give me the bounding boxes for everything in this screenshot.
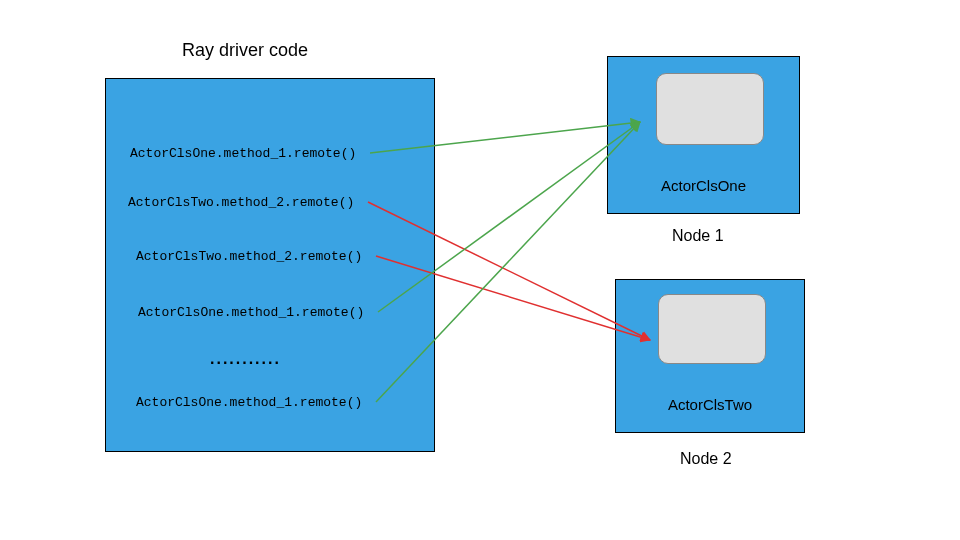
node2-label: ActorClsTwo xyxy=(616,396,804,413)
driver-line: ActorClsOne.method_1.remote() xyxy=(138,305,364,320)
node1-box: ActorClsOne xyxy=(607,56,800,214)
driver-line: ActorClsOne.method_1.remote() xyxy=(136,395,362,410)
driver-line: ActorClsOne.method_1.remote() xyxy=(130,146,356,161)
node2-panel xyxy=(658,294,766,364)
ellipsis: ........... xyxy=(210,350,281,368)
driver-line: ActorClsTwo.method_2.remote() xyxy=(136,249,362,264)
node2-box: ActorClsTwo xyxy=(615,279,805,433)
node1-caption: Node 1 xyxy=(672,227,724,245)
driver-line: ActorClsTwo.method_2.remote() xyxy=(128,195,354,210)
node1-label: ActorClsOne xyxy=(608,177,799,194)
node2-caption: Node 2 xyxy=(680,450,732,468)
node1-panel xyxy=(656,73,764,145)
diagram-title: Ray driver code xyxy=(182,40,308,61)
